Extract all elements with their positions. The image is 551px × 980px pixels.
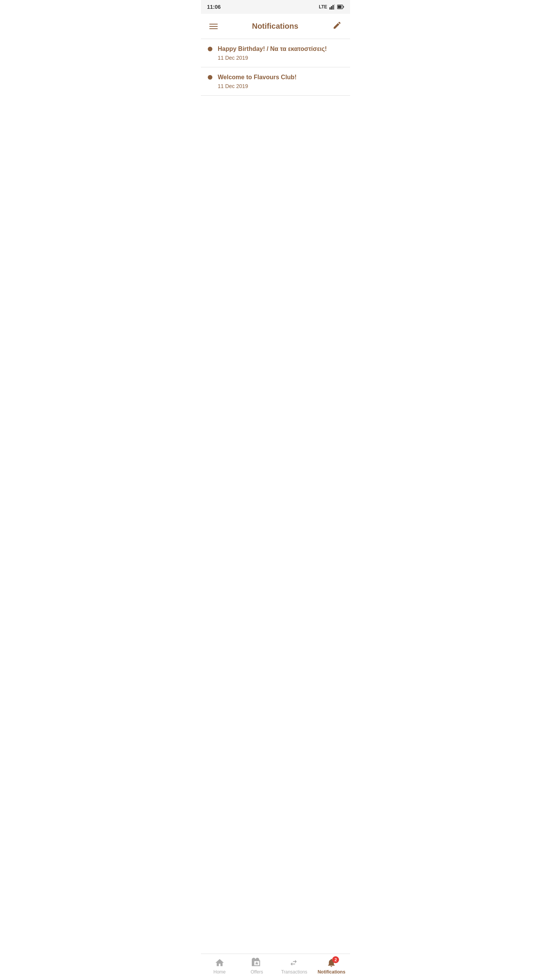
- notification-title-1: Happy Birthday! / Να τα εκατοστίσεις!: [218, 45, 327, 53]
- status-bar: 11:06 LTE: [201, 0, 350, 14]
- unread-dot: [208, 47, 212, 51]
- status-icons: LTE: [319, 4, 344, 10]
- header: Notifications: [201, 14, 350, 39]
- svg-rect-6: [343, 6, 344, 8]
- status-time: 11:06: [207, 4, 221, 10]
- svg-rect-3: [334, 4, 335, 10]
- nav-notifications[interactable]: 2 Notifications: [313, 958, 350, 975]
- notification-content-1: Happy Birthday! / Να τα εκατοστίσεις! 11…: [218, 45, 327, 61]
- bottom-nav: Home Offers Transactions 2 Notifications: [201, 954, 350, 980]
- signal-icon: [329, 4, 335, 10]
- bell-container: 2: [326, 958, 336, 968]
- svg-rect-2: [333, 5, 334, 10]
- notification-date-1: 11 Dec 2019: [218, 55, 327, 61]
- network-icon: LTE: [319, 4, 327, 10]
- menu-button[interactable]: [208, 22, 219, 31]
- notification-item-2[interactable]: Welcome to Flavours Club! 11 Dec 2019: [201, 67, 350, 96]
- notification-title-2: Welcome to Flavours Club!: [218, 74, 297, 82]
- nav-notifications-label: Notifications: [318, 969, 346, 975]
- svg-rect-1: [331, 6, 332, 10]
- edit-button[interactable]: [331, 19, 343, 33]
- svg-rect-0: [329, 7, 331, 10]
- notification-badge: 2: [332, 956, 339, 963]
- home-icon: [215, 958, 225, 968]
- battery-icon: [337, 5, 344, 9]
- nav-offers[interactable]: Offers: [238, 958, 276, 975]
- nav-transactions-label: Transactions: [281, 969, 307, 975]
- svg-rect-5: [338, 6, 342, 8]
- notification-item-1[interactable]: Happy Birthday! / Να τα εκατοστίσεις! 11…: [201, 39, 350, 67]
- notifications-list: Happy Birthday! / Να τα εκατοστίσεις! 11…: [201, 39, 350, 954]
- nav-offers-label: Offers: [251, 969, 263, 975]
- page-title: Notifications: [219, 22, 331, 31]
- notification-content-2: Welcome to Flavours Club! 11 Dec 2019: [218, 74, 297, 89]
- nav-home[interactable]: Home: [201, 958, 238, 975]
- notification-date-2: 11 Dec 2019: [218, 83, 297, 89]
- nav-home-label: Home: [214, 969, 226, 975]
- unread-dot-2: [208, 75, 212, 80]
- transactions-icon: [289, 958, 299, 968]
- nav-transactions[interactable]: Transactions: [276, 958, 313, 975]
- offers-icon: [252, 958, 262, 968]
